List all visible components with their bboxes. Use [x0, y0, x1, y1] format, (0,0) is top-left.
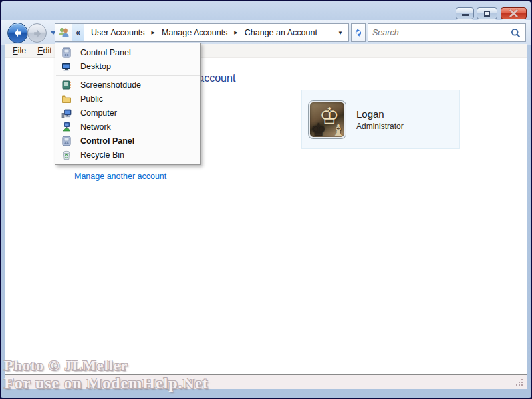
minimize-icon: [462, 14, 469, 16]
menu-item-label: Network: [80, 122, 111, 132]
menu-item-label: Control Panel: [80, 48, 131, 57]
search-input[interactable]: [368, 28, 510, 37]
collapse-chevron-icon: «: [76, 28, 80, 37]
account-name: Logan: [356, 108, 404, 120]
menu-item-label: Recycle Bin: [80, 150, 124, 160]
back-button[interactable]: [7, 23, 28, 43]
menu-item-recycle-bin[interactable]: Recycle Bin: [55, 148, 200, 162]
menu-item-screenshotdude[interactable]: Screenshotdude: [55, 78, 200, 92]
menu-item-control-panel-current[interactable]: Control Panel: [55, 134, 200, 148]
account-tile[interactable]: ♚ ♔ ♝ Logan Administrator: [301, 90, 460, 149]
control-panel-icon: [61, 136, 72, 146]
forward-arrow-icon: [32, 28, 43, 39]
breadcrumb-item-manage-accounts[interactable]: Manage Accounts: [160, 28, 229, 37]
resize-grip[interactable]: [521, 384, 523, 386]
user-accounts-icon: [57, 27, 70, 39]
navigation-toolbar: « User Accounts ▶ Manage Accounts ▶ Chan…: [1, 20, 531, 45]
user-profile-icon: [61, 80, 72, 90]
breadcrumb-collapse-button[interactable]: «: [72, 24, 84, 41]
maximize-button[interactable]: [477, 7, 497, 19]
menu-item-label: Computer: [80, 108, 117, 118]
minimize-button[interactable]: [456, 7, 474, 19]
account-info: Logan Administrator: [356, 108, 404, 131]
menu-item-control-panel[interactable]: Control Panel: [55, 45, 200, 59]
network-icon: [61, 122, 72, 132]
maximize-icon: [484, 11, 490, 17]
watermark-site-credit: For use on ModemHelp.Net: [4, 374, 209, 392]
refresh-button[interactable]: [351, 23, 366, 42]
refresh-icon: [353, 27, 364, 38]
breadcrumb-bar: « User Accounts ▶ Manage Accounts ▶ Chan…: [55, 23, 349, 42]
breadcrumb-item-user-accounts[interactable]: User Accounts: [90, 28, 146, 37]
menu-item-label: Desktop: [80, 62, 111, 71]
menu-item-label: Public: [80, 94, 103, 104]
menu-item-network[interactable]: Network: [55, 120, 200, 134]
menu-item-public[interactable]: Public: [55, 92, 200, 106]
close-button[interactable]: [501, 7, 527, 19]
search-box: [368, 23, 526, 42]
public-folder-icon: [61, 94, 72, 104]
breadcrumb-location-button[interactable]: [55, 24, 72, 41]
menu-file[interactable]: File: [13, 46, 26, 55]
desktop-icon: [61, 61, 72, 72]
magnifier-icon[interactable]: [510, 27, 521, 39]
recycle-bin-icon: [61, 150, 72, 160]
forward-button-disabled: [27, 23, 47, 43]
control-panel-icon: [61, 47, 72, 58]
menu-item-desktop[interactable]: Desktop: [55, 59, 200, 73]
account-role: Administrator: [356, 122, 404, 131]
menu-item-label: Screenshotdude: [80, 80, 141, 90]
menu-edit[interactable]: Edit: [37, 46, 52, 55]
breadcrumb-path: User Accounts ▶ Manage Accounts ▶ Change…: [84, 24, 338, 41]
screenshot-root: « User Accounts ▶ Manage Accounts ▶ Chan…: [0, 0, 532, 399]
watermark-photo-credit: Photo © JLMeller: [4, 357, 128, 374]
breadcrumb-item-change-account[interactable]: Change an Account: [243, 28, 319, 37]
account-picture-chess: ♚ ♔ ♝: [309, 101, 346, 138]
manage-another-account-link[interactable]: Manage another account: [74, 172, 166, 181]
breadcrumb-dropdown-menu: Control Panel Desktop Screenshotdude: [55, 43, 201, 165]
menu-item-label: Control Panel: [80, 136, 134, 146]
computer-icon: [61, 108, 72, 118]
breadcrumb-separator-icon[interactable]: ▶: [152, 30, 155, 35]
chess-piece-glyph: ♝: [331, 123, 345, 138]
breadcrumb-history-arrow[interactable]: ▼: [338, 30, 343, 36]
menu-item-computer[interactable]: Computer: [55, 106, 200, 120]
menu-separator: [56, 75, 200, 76]
breadcrumb-separator-icon[interactable]: ▶: [234, 30, 237, 35]
back-arrow-icon: [12, 27, 23, 39]
titlebar-buttons: [456, 7, 527, 19]
close-icon: [501, 8, 526, 19]
